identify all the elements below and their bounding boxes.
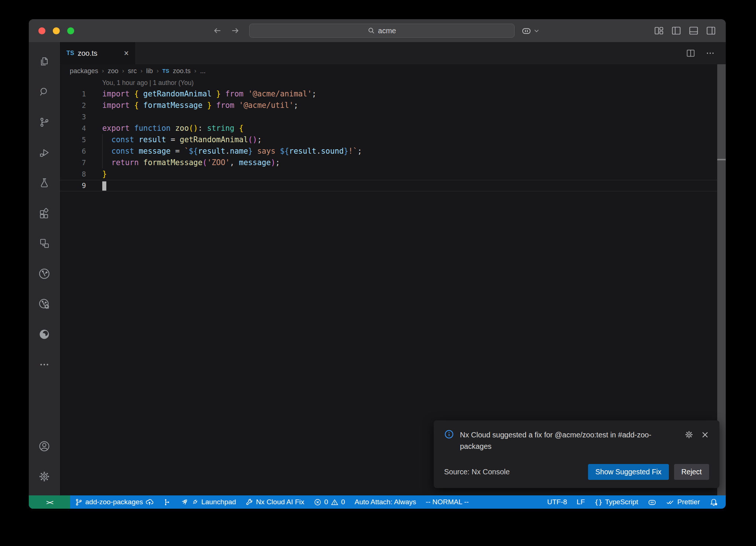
wrench-icon <box>245 498 253 506</box>
line-number: 7 <box>60 157 86 168</box>
text-cursor <box>102 181 106 191</box>
code-line-7[interactable]: 7 return formatMessage('ZOO', message); <box>60 157 726 168</box>
cursor-position-marker <box>717 159 726 160</box>
chevron-right-icon: › <box>140 67 142 75</box>
extensions-icon[interactable] <box>29 198 60 228</box>
status-nx-cloud-ai-fix[interactable]: Nx Cloud AI Fix <box>241 495 309 509</box>
error-count: 0 <box>324 498 328 506</box>
line-number: 5 <box>60 134 86 146</box>
line-number: 2 <box>60 100 86 111</box>
commit-graph-icon <box>163 498 171 506</box>
status-prettier[interactable]: Prettier <box>661 495 705 509</box>
breadcrumb-overflow[interactable]: ... <box>200 67 206 75</box>
rocket-icon <box>181 498 189 506</box>
status-launchpad[interactable]: Launchpad <box>176 495 241 509</box>
forward-arrow-icon[interactable] <box>230 26 240 35</box>
errors-icon <box>314 498 322 506</box>
search-icon[interactable] <box>29 77 60 107</box>
toggle-secondary-sidebar-icon[interactable] <box>706 25 716 36</box>
code-line-4[interactable]: 4export function zoo(): string { <box>60 123 726 134</box>
account-icon[interactable] <box>29 431 60 461</box>
show-suggested-fix-button[interactable]: Show Suggested Fix <box>588 464 669 480</box>
back-arrow-icon[interactable] <box>213 26 222 35</box>
code-line-1[interactable]: 1import { getRandomAnimal } from '@acme/… <box>60 88 726 100</box>
code-line-5[interactable]: 5 const result = getRandomAnimal(); <box>60 134 726 146</box>
code-line-8[interactable]: 8} <box>60 168 726 180</box>
code-line-3[interactable]: 3 <box>60 111 726 123</box>
code-line-9[interactable]: 9 <box>60 180 726 191</box>
explorer-icon[interactable] <box>29 47 60 77</box>
edge-browser-icon[interactable] <box>29 319 60 349</box>
status-problems[interactable]: 0 0 <box>309 495 350 509</box>
status-vim-mode[interactable]: -- NORMAL -- <box>421 495 473 509</box>
tab-zoo-ts[interactable]: TS zoo.ts × <box>60 42 136 64</box>
line-number: 1 <box>60 88 86 100</box>
notifications-bell-icon[interactable] <box>705 495 723 509</box>
more-views-icon[interactable] <box>29 349 60 380</box>
search-value: acme <box>378 27 396 35</box>
settings-icon[interactable] <box>29 461 60 492</box>
breadcrumb-item-file[interactable]: zoo.ts <box>173 67 190 75</box>
status-auto-attach[interactable]: Auto Attach: Always <box>350 495 421 509</box>
git-branch-icon <box>75 498 83 506</box>
workspace-icon[interactable] <box>29 228 60 259</box>
titlebar: acme <box>29 19 726 42</box>
breadcrumb-item-zoo[interactable]: zoo <box>108 67 118 75</box>
command-center-search[interactable]: acme <box>249 24 515 38</box>
line-number: 8 <box>60 168 86 180</box>
vscode-window: acme <box>29 19 726 509</box>
copilot-icon <box>521 25 532 36</box>
tab-label: zoo.ts <box>78 49 97 58</box>
notification-settings-gear-icon[interactable] <box>684 430 694 439</box>
run-and-debug-icon[interactable] <box>29 137 60 168</box>
branch-name: add-zoo-packages <box>85 498 143 506</box>
close-notification-icon[interactable] <box>701 431 709 439</box>
typescript-file-icon: TS <box>66 50 74 57</box>
minimize-window-button[interactable] <box>53 27 60 34</box>
nx-cloud-icon[interactable] <box>29 289 60 319</box>
toggle-primary-sidebar-icon[interactable] <box>671 25 681 36</box>
copilot-menu[interactable] <box>521 19 539 42</box>
reject-button[interactable]: Reject <box>674 464 709 480</box>
info-icon <box>444 429 454 439</box>
notification-source: Source: Nx Console <box>444 468 510 476</box>
close-window-button[interactable] <box>38 27 45 34</box>
double-check-icon <box>666 498 675 506</box>
code-lines: 1import { getRandomAnimal } from '@acme/… <box>60 88 726 191</box>
status-eol[interactable]: LF <box>572 495 590 509</box>
status-language[interactable]: {} TypeScript <box>590 495 643 509</box>
chevron-right-icon: › <box>194 67 196 75</box>
status-encoding[interactable]: UTF-8 <box>542 495 572 509</box>
git-blame-annotation: You, 1 hour ago | 1 author (You) <box>60 78 726 88</box>
customize-layout-icon[interactable] <box>654 25 664 36</box>
nx-console-icon[interactable] <box>29 259 60 289</box>
close-tab-icon[interactable]: × <box>124 49 129 58</box>
breadcrumb-item-src[interactable]: src <box>128 67 137 75</box>
search-icon <box>368 27 375 34</box>
code-line-2[interactable]: 2import { formatMessage } from '@acme/ut… <box>60 100 726 111</box>
prettier-label: Prettier <box>677 498 700 506</box>
plug-icon <box>191 498 199 506</box>
testing-icon[interactable] <box>29 168 60 198</box>
chevron-right-icon: › <box>102 67 104 75</box>
breadcrumb-item-lib[interactable]: lib <box>146 67 153 75</box>
split-editor-icon[interactable] <box>686 48 695 58</box>
code-line-6[interactable]: 6 const message = `${result.name} says $… <box>60 146 726 157</box>
copilot-icon <box>648 498 656 506</box>
status-branch[interactable]: add-zoo-packages <box>70 495 158 509</box>
breadcrumb-item-packages[interactable]: packages <box>70 67 98 75</box>
line-number: 3 <box>60 111 86 123</box>
source-control-icon[interactable] <box>29 107 60 137</box>
warnings-icon <box>331 498 339 506</box>
status-graph[interactable] <box>158 495 176 509</box>
more-actions-icon[interactable] <box>706 49 715 58</box>
braces-icon: {} <box>594 498 602 506</box>
chevron-right-icon: › <box>122 67 124 75</box>
launchpad-label: Launchpad <box>201 498 236 506</box>
line-number: 4 <box>60 123 86 134</box>
toggle-panel-icon[interactable] <box>688 25 699 36</box>
maximize-window-button[interactable] <box>67 27 74 34</box>
window-controls <box>38 19 74 42</box>
status-copilot[interactable] <box>643 495 661 509</box>
remote-indicator[interactable]: >< <box>29 495 70 509</box>
